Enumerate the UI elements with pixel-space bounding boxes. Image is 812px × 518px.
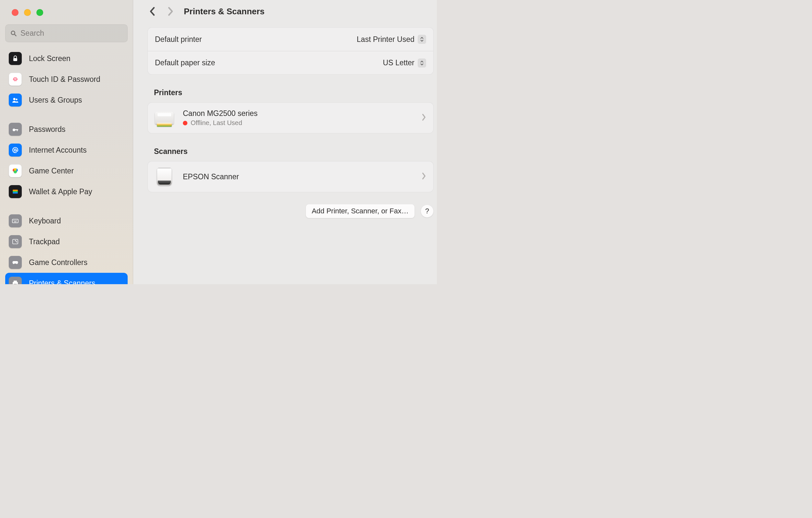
sidebar-nav: Lock ScreenTouch ID & PasswordUsers & Gr… [0,46,133,284]
printer-status: Offline, Last Used [183,119,258,127]
scanners-heading: Scanners [154,147,434,156]
svg-point-18 [14,220,15,221]
trackpad-icon [9,235,22,248]
keyboard-icon [9,214,22,227]
default-paper-row: Default paper size US Letter [148,51,433,75]
toolbar: Printers & Scanners [133,0,437,23]
search-input[interactable] [21,29,123,38]
svg-rect-15 [13,192,18,194]
search-icon [10,30,17,37]
default-printer-select[interactable]: Last Printer Used [357,35,426,44]
scanner-device-icon [155,170,174,184]
printers-heading: Printers [154,88,434,97]
main-content: Printers & Scanners Default printer Last… [133,0,437,284]
svg-point-17 [13,220,14,221]
svg-point-0 [11,31,15,34]
sidebar-item-printers-scanners[interactable]: Printers & Scanners [5,273,128,284]
svg-rect-14 [13,191,18,192]
sidebar-item-keyboard[interactable]: Keyboard [5,210,128,231]
sidebar-item-touch-id-password[interactable]: Touch ID & Password [5,69,128,90]
default-printer-row: Default printer Last Printer Used [148,28,433,51]
sidebar-item-passwords[interactable]: Passwords [5,119,128,140]
sidebar-item-wallet-apple-pay[interactable]: Wallet & Apple Pay [5,181,128,202]
sidebar-item-label: Keyboard [29,217,61,225]
svg-point-12 [14,168,17,171]
svg-rect-27 [14,284,17,285]
sidebar-item-game-center[interactable]: Game Center [5,161,128,181]
sidebar-item-lock-screen[interactable]: Lock Screen [5,48,128,69]
users-icon [9,93,22,107]
default-paper-value: US Letter [383,58,414,67]
sidebar-item-label: Game Center [29,167,74,175]
status-dot-icon [183,121,187,125]
back-button[interactable] [147,6,157,16]
svg-point-23 [15,240,16,241]
svg-point-20 [16,220,17,221]
printer-device-icon [155,111,174,125]
sidebar-item-game-controllers[interactable]: Game Controllers [5,252,128,273]
sidebar-item-users-groups[interactable]: Users & Groups [5,90,128,110]
printer-status-text: Offline, Last Used [191,119,242,127]
sidebar-item-label: Trackpad [29,237,60,246]
wallet-icon [9,185,22,198]
sidebar-item-label: Game Controllers [29,258,87,267]
svg-rect-24 [13,281,17,282]
window-close-button[interactable] [12,9,19,16]
svg-rect-21 [14,222,17,222]
window-minimize-button[interactable] [24,9,31,16]
page-title: Printers & Scanners [184,6,265,17]
help-button[interactable]: ? [420,205,434,218]
svg-point-5 [13,128,15,131]
svg-rect-6 [15,129,18,130]
sidebar-item-label: Lock Screen [29,54,70,63]
default-printer-value: Last Printer Used [357,35,414,44]
controller-icon [9,256,22,269]
footer-actions: Add Printer, Scanner, or Fax… ? [147,204,434,218]
svg-rect-25 [13,282,18,284]
printer-icon [9,277,22,284]
chevron-right-icon [422,172,426,181]
sidebar-item-label: Printers & Scanners [29,279,95,285]
sidebar-item-label: Touch ID & Password [29,75,100,84]
sidebar-item-label: Users & Groups [29,96,82,105]
lock-icon [9,52,22,65]
sidebar-item-label: Wallet & Apple Pay [29,188,92,196]
svg-point-3 [13,98,16,100]
default-paper-label: Default paper size [155,58,215,67]
scanners-panel: EPSON Scanner [147,161,434,192]
add-device-button[interactable]: Add Printer, Scanner, or Fax… [306,204,415,218]
printers-panel: Canon MG2500 series Offline, Last Used [147,102,434,134]
forward-button[interactable] [166,6,175,16]
window-controls [0,0,133,16]
sidebar-item-trackpad[interactable]: Trackpad [5,231,128,252]
svg-rect-2 [13,58,17,61]
sidebar-item-internet-accounts[interactable]: Internet Accounts [5,140,128,161]
sidebar-item-label: Passwords [29,125,65,134]
scanner-row[interactable]: EPSON Scanner [148,162,433,192]
sidebar: Lock ScreenTouch ID & PasswordUsers & Gr… [0,0,133,284]
gamecenter-icon [9,164,22,177]
stepper-icon [418,58,426,67]
svg-rect-7 [17,129,18,131]
defaults-panel: Default printer Last Printer Used Defaul… [147,27,434,75]
sidebar-item-label: Internet Accounts [29,146,87,154]
scanner-name: EPSON Scanner [183,172,239,181]
svg-rect-13 [13,190,18,191]
svg-point-4 [16,98,17,100]
printer-name: Canon MG2500 series [183,109,258,118]
fingerprint-icon [9,73,22,86]
svg-point-19 [15,220,16,221]
key-icon [9,123,22,136]
svg-rect-16 [12,219,18,223]
stepper-icon [418,35,426,44]
default-printer-label: Default printer [155,35,202,44]
svg-line-1 [14,34,17,36]
default-paper-select[interactable]: US Letter [383,58,426,67]
printer-row[interactable]: Canon MG2500 series Offline, Last Used [148,103,433,133]
svg-rect-22 [13,239,18,244]
chevron-right-icon [422,114,426,122]
search-field[interactable] [5,24,128,42]
at-icon [9,144,22,156]
window-zoom-button[interactable] [36,9,43,16]
